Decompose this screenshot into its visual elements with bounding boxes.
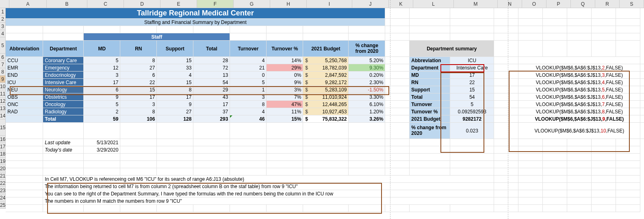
cell-total[interactable]: 13 — [193, 72, 230, 79]
cell-turnpct[interactable]: 47% — [267, 101, 303, 108]
cell-abbr[interactable]: CCU — [6, 57, 43, 64]
cell-abbr[interactable]: ONC — [6, 101, 43, 108]
cell-support[interactable]: 33 — [157, 64, 193, 72]
cell-chg[interactable]: 1.20% — [349, 108, 385, 115]
cell-dept[interactable]: Emergency — [43, 64, 84, 72]
cell-md[interactable]: 17 — [84, 79, 120, 86]
row-header-13[interactable]: 13 — [0, 105, 6, 112]
cell-abbr[interactable]: ICU — [6, 79, 43, 86]
cell-turn[interactable]: 4 — [230, 57, 267, 64]
row-header-11[interactable]: 11 — [0, 90, 6, 98]
cell-dept[interactable]: Endocrinology — [43, 72, 84, 79]
cell-turn[interactable]: 21 — [230, 64, 267, 72]
totals-chg[interactable]: 3.26% — [349, 115, 385, 123]
cell-chg[interactable]: 6.10% — [349, 101, 385, 108]
cell-budget[interactable]: $5,283,109 — [303, 86, 349, 93]
cell-abbr[interactable]: NEU — [6, 86, 43, 93]
cell-rn[interactable]: 15 — [120, 86, 157, 93]
summary-value[interactable]: 9282172 — [450, 115, 494, 123]
cell-md[interactable]: 2 — [84, 108, 120, 115]
cell-chg[interactable]: -1.50% — [349, 86, 385, 93]
summary-value[interactable]: 5 — [450, 101, 494, 108]
cell-chg[interactable]: 3.30% — [349, 93, 385, 101]
col-header-G[interactable]: G — [234, 0, 270, 8]
spreadsheet[interactable]: ABCDEFGHIJKLMNOPQRS 12345678910111213141… — [0, 0, 644, 219]
cell-md[interactable]: 9 — [84, 93, 120, 101]
cell-md[interactable]: 6 — [84, 86, 120, 93]
summary-value[interactable]: ICU — [450, 57, 494, 64]
col-header-O[interactable]: O — [522, 0, 546, 8]
totals-turn[interactable]: 46 — [230, 115, 267, 123]
cell-abbr[interactable]: END — [6, 72, 43, 79]
summary-value[interactable]: 15 — [450, 86, 494, 93]
last-update-value[interactable]: 5/13/2021 — [84, 139, 120, 146]
cell-abbr[interactable]: EMR — [6, 64, 43, 72]
cell-turn[interactable]: 3 — [230, 93, 267, 101]
row-header-7[interactable]: 7 — [0, 61, 6, 68]
row-header-10[interactable]: 10 — [0, 83, 6, 90]
col-header-Q[interactable]: Q — [571, 0, 595, 8]
col-header-R[interactable]: R — [595, 0, 620, 8]
cell-turnpct[interactable]: 7% — [267, 93, 303, 101]
cell-support[interactable]: 4 — [157, 72, 193, 79]
col-header-E[interactable]: E — [160, 0, 197, 8]
col-header-I[interactable]: I — [307, 0, 352, 8]
cell-budget[interactable]: $12,448,265 — [303, 101, 349, 108]
cell-total[interactable]: 17 — [193, 101, 230, 108]
col-header-F[interactable]: F — [197, 0, 234, 8]
row-header-2[interactable]: 2 — [0, 15, 6, 23]
row-header-3[interactable]: 3 — [0, 23, 6, 30]
summary-value[interactable]: 17 — [450, 72, 494, 79]
row-header-22[interactable]: 22 — [0, 180, 6, 187]
cell-support[interactable]: 15 — [157, 79, 193, 86]
cell-rn[interactable]: 8 — [120, 108, 157, 115]
col-header-A[interactable]: A — [9, 0, 47, 8]
cell-md[interactable]: 5 — [84, 101, 120, 108]
cell-turn[interactable]: 0 — [230, 72, 267, 79]
col-header-H[interactable]: H — [270, 0, 307, 8]
cell-turnpct[interactable]: 3% — [267, 86, 303, 93]
row-header-19[interactable]: 19 — [0, 158, 6, 165]
cell-total[interactable]: 37 — [193, 108, 230, 115]
row-header-12[interactable]: 12 — [0, 98, 6, 105]
cell-chg[interactable]: 9.30% — [349, 64, 385, 72]
row-header-20[interactable]: 20 — [0, 165, 6, 172]
cell-dept[interactable]: Oncology — [43, 101, 84, 108]
cell-budget[interactable]: $11,010,924 — [303, 93, 349, 101]
summary-value[interactable]: 54 — [450, 93, 494, 101]
col-header-M[interactable]: M — [454, 0, 498, 8]
cell-chg[interactable]: 5.20% — [349, 57, 385, 64]
col-header-D[interactable]: D — [124, 0, 160, 8]
col-header-B[interactable]: B — [47, 0, 87, 8]
cell-support[interactable]: 9 — [157, 101, 193, 108]
cell-support[interactable]: 27 — [157, 108, 193, 115]
row-header-14[interactable]: 14 — [0, 112, 6, 119]
cell-abbr[interactable]: RAD — [6, 108, 43, 115]
row-header-8[interactable]: 8 — [0, 68, 6, 76]
cell-budget[interactable]: $9,282,172 — [303, 79, 349, 86]
col-header-P[interactable]: P — [546, 0, 571, 8]
cell-support[interactable]: 8 — [157, 86, 193, 93]
row-header-21[interactable]: 21 — [0, 172, 6, 180]
cell-turn[interactable]: 8 — [230, 101, 267, 108]
cell-turnpct[interactable]: 29% — [267, 64, 303, 72]
cell-dept[interactable]: Neurology — [43, 86, 84, 93]
cell-support[interactable]: 15 — [157, 57, 193, 64]
col-header-L[interactable]: L — [413, 0, 454, 8]
cell-rn[interactable]: 17 — [120, 93, 157, 101]
col-header-S[interactable]: S — [620, 0, 644, 8]
row-header-4[interactable]: 4 — [0, 30, 6, 37]
cell-abbr[interactable]: OBS — [6, 93, 43, 101]
cell-chg[interactable]: 0.20% — [349, 72, 385, 79]
cell-rn[interactable]: 3 — [120, 101, 157, 108]
cell-turnpct[interactable]: 14% — [267, 57, 303, 64]
cell-budget[interactable]: $2,847,592 — [303, 72, 349, 79]
summary-value[interactable]: 0.023 — [450, 123, 494, 139]
cell-rn[interactable]: 6 — [120, 72, 157, 79]
row-header-23[interactable]: 23 — [0, 187, 6, 194]
col-header-N[interactable]: N — [498, 0, 522, 8]
cell-dept[interactable]: Radiology — [43, 108, 84, 115]
cell-md[interactable]: 3 — [84, 72, 120, 79]
summary-value[interactable]: 0.092592593 — [450, 108, 494, 115]
select-all-corner[interactable] — [0, 0, 9, 8]
